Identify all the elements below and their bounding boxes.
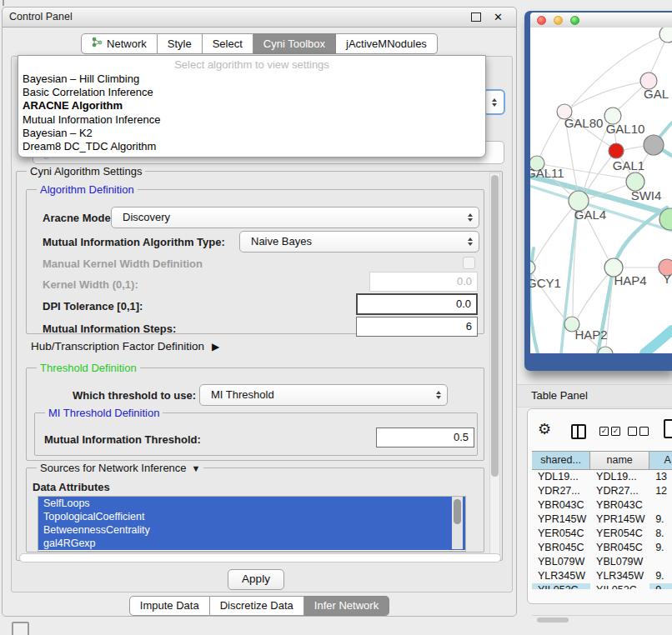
list-scrollbar-thumb[interactable] xyxy=(454,499,461,524)
table-scrollbar-thumb[interactable] xyxy=(537,618,569,622)
network-window-titlebar[interactable] xyxy=(530,12,672,28)
node-red[interactable] xyxy=(609,143,624,158)
table-row[interactable]: YIL052CYIL052C9. xyxy=(532,583,672,589)
table-cell[interactable]: YDR27... xyxy=(590,484,649,498)
table-horizontal-scrollbar[interactable] xyxy=(532,615,672,624)
settings-horizontal-scrollbar[interactable] xyxy=(19,553,501,562)
list-item-betweennesscentrality[interactable]: BetweennessCentrality xyxy=(38,523,465,537)
dpi-tolerance-field[interactable]: 0.0 xyxy=(356,293,478,315)
network-edge[interactable] xyxy=(644,330,672,353)
tab-jactivemnodules[interactable]: jActiveMNodules xyxy=(336,33,438,54)
table-cell[interactable]: 9. xyxy=(649,583,672,589)
table-cell[interactable]: YPR145W xyxy=(590,512,649,527)
column-header-shared[interactable]: shared... xyxy=(532,452,590,469)
deselect-all-icon[interactable] xyxy=(628,427,649,436)
gear-icon[interactable]: ⚙ xyxy=(538,422,551,437)
table-cell[interactable]: YDR27... xyxy=(532,484,590,498)
table-cell[interactable]: 8. xyxy=(649,527,672,541)
table-cell[interactable]: 9. xyxy=(649,512,672,527)
table-cell[interactable]: YBL079W xyxy=(590,555,649,569)
mi-threshold-field[interactable]: 0.5 xyxy=(376,428,474,448)
table-cell[interactable]: YIL052C xyxy=(590,583,649,589)
table-cell[interactable]: YLR345W xyxy=(590,569,649,583)
node-gcy1[interactable] xyxy=(530,261,535,274)
table-cell[interactable]: YER054C xyxy=(590,527,649,541)
tab-style[interactable]: Style xyxy=(158,33,203,54)
mi-steps-field[interactable]: 6 xyxy=(356,317,478,337)
zoom-traffic-light[interactable] xyxy=(570,16,579,25)
dropdown-option-bayesian-k2[interactable]: Bayesian – K2 xyxy=(18,127,485,140)
table-cell[interactable]: YBL079W xyxy=(532,555,590,569)
settings-scrollbar-thumb[interactable] xyxy=(491,175,499,477)
table-cell[interactable]: YDL19... xyxy=(590,470,649,484)
mi-algorithm-type-combo[interactable]: Naive Bayes xyxy=(239,231,479,252)
table-row[interactable]: YER054CYER054C8. xyxy=(532,527,672,541)
which-threshold-combo[interactable]: MI Threshold xyxy=(199,384,448,406)
network-canvas[interactable]: GALGAL80GAL10GAL1GAL11SWI4GAL4HAP4YGCY1H… xyxy=(530,28,672,353)
column-header-name[interactable]: name xyxy=(590,452,649,469)
apply-button[interactable]: Apply xyxy=(228,569,284,590)
sources-group-title[interactable]: Sources for Network Inference▼ xyxy=(37,462,203,474)
manual-kernel-width-checkbox[interactable] xyxy=(463,257,475,269)
kernel-width-field[interactable]: 0.0 xyxy=(369,272,478,292)
columns-icon[interactable] xyxy=(571,424,586,439)
table-row[interactable]: YDL19...YDL19...13 xyxy=(532,470,672,484)
table-cell[interactable]: YIL052C xyxy=(532,583,590,589)
table-row[interactable]: YPR145WYPR145W9. xyxy=(532,512,672,527)
table-cell[interactable] xyxy=(649,555,672,569)
table-cell[interactable]: 12 xyxy=(649,484,672,498)
dropdown-option-mutual-information-inference[interactable]: Mutual Information Inference xyxy=(18,113,485,127)
table-row[interactable]: YLR345WYLR345W9. xyxy=(532,569,672,583)
dropdown-option-dream8-dc-tdc-algorithm[interactable]: Dream8 DC_TDC Algorithm xyxy=(18,140,485,153)
dropdown-option-aracne-algorithm[interactable]: ARACNE Algorithm xyxy=(18,99,485,112)
network-icon xyxy=(92,37,103,50)
table-cell[interactable] xyxy=(649,498,672,512)
node-label-gal: GAL xyxy=(644,87,669,101)
network-graph[interactable]: GALGAL80GAL10GAL1GAL11SWI4GAL4HAP4YGCY1H… xyxy=(530,28,672,353)
table-cell[interactable]: YBR043C xyxy=(590,498,649,512)
table-row[interactable]: YBR043CYBR043C xyxy=(532,498,672,512)
dropdown-option-basic-correlation-inference[interactable]: Basic Correlation Inference xyxy=(18,86,485,99)
tab-cyni-toolbox[interactable]: Cyni Toolbox xyxy=(253,33,336,54)
control-panel-titlebar[interactable]: Control Panel ✕ xyxy=(3,8,516,28)
table-cell[interactable]: YBR045C xyxy=(590,541,649,555)
list-item-gal4rgexp[interactable]: gal4RGexp xyxy=(38,537,465,550)
inference-algorithm-combo-arrow[interactable] xyxy=(483,89,505,115)
table-row[interactable]: YBL079WYBL079W xyxy=(532,555,672,569)
table-panel-header[interactable]: Table Panel xyxy=(517,384,672,408)
table-cell[interactable]: 13 xyxy=(649,470,672,484)
close-icon[interactable]: ✕ xyxy=(494,9,503,26)
minimized-panel-icon[interactable] xyxy=(12,622,29,635)
close-traffic-light[interactable] xyxy=(537,16,546,25)
node-top-partial[interactable] xyxy=(659,28,672,42)
tab-network[interactable]: Network xyxy=(81,33,158,54)
table-cell[interactable]: YER054C xyxy=(532,527,590,541)
select-all-icon[interactable]: ✓ ✓ xyxy=(599,427,620,436)
list-item-selfloops[interactable]: SelfLoops xyxy=(38,497,465,510)
tab-discretize-data[interactable]: Discretize Data xyxy=(210,596,304,616)
tab-select[interactable]: Select xyxy=(203,33,253,54)
hub-transcription-factor-toggle[interactable]: Hub/Transcription Factor Definition▶ xyxy=(31,340,219,352)
document-icon[interactable] xyxy=(664,419,672,438)
list-item-topologicalcoefficient[interactable]: TopologicalCoefficient xyxy=(38,510,465,523)
table-cell[interactable]: YBR045C xyxy=(532,541,590,555)
table-row[interactable]: YBR045CYBR045C9. xyxy=(532,541,672,555)
table-cell[interactable]: YLR345W xyxy=(532,569,590,583)
float-window-icon[interactable] xyxy=(471,12,481,22)
settings-scrollbar[interactable] xyxy=(489,172,500,556)
tab-infer-network[interactable]: Infer Network xyxy=(304,596,389,616)
list-scrollbar[interactable] xyxy=(452,497,463,549)
tab-impute-data[interactable]: Impute Data xyxy=(129,596,210,616)
node-gray[interactable] xyxy=(644,135,664,155)
table-cell[interactable]: 9. xyxy=(649,569,672,583)
column-header-a[interactable]: A xyxy=(649,452,672,469)
data-attributes-list[interactable]: SelfLoopsTopologicalCoefficientBetweenne… xyxy=(38,496,466,552)
dropdown-option-bayesian-hill-climbing[interactable]: Bayesian – Hill Climbing xyxy=(18,72,485,86)
table-row[interactable]: YDR27...YDR27...12 xyxy=(532,484,672,498)
minimize-traffic-light[interactable] xyxy=(554,16,563,25)
table-cell[interactable]: YBR043C xyxy=(532,498,590,512)
table-cell[interactable]: YDL19... xyxy=(532,470,590,484)
table-cell[interactable]: 9. xyxy=(649,541,672,555)
aracne-mode-combo[interactable]: Discovery xyxy=(111,207,479,228)
table-cell[interactable]: YPR145W xyxy=(532,512,590,527)
